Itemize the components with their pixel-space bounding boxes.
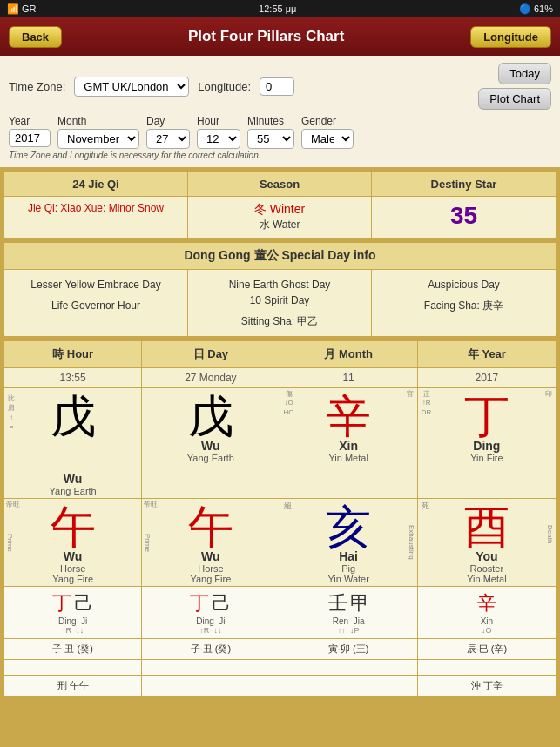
month-upper-top-left: 傷↓OHO — [284, 390, 294, 417]
month-lower-name: Hai — [282, 549, 415, 563]
controls-section: Time Zone: GMT UK/London Longitude: Toda… — [0, 56, 560, 168]
longitude-button[interactable]: Longitude — [470, 26, 551, 48]
timezone-label: Time Zone: — [9, 80, 65, 93]
chart-header-row: 時 Hour 日 Day 月 Month 年 Year — [4, 341, 556, 368]
year-lower-death: Death — [546, 525, 554, 543]
year-lower-animal: Rooster — [420, 563, 554, 574]
day-lower-element: Yang Fire — [144, 574, 277, 584]
month-lower-exhausting: Exhausting — [408, 525, 415, 560]
hour-label: Hour — [197, 115, 219, 127]
hour-extra: 刑 午午 — [4, 676, 142, 696]
year-lower-element: Yin Metal — [420, 574, 554, 584]
status-bar: 📶 GR 12:55 μμ 🔵 61% — [0, 0, 560, 17]
gender-select[interactable]: Male — [301, 129, 354, 149]
hour-lower-animal: Horse — [6, 563, 139, 574]
day-lower-animal: Horse — [144, 563, 277, 574]
chart-subheader-row: 13:55 27 Monday 11 2017 — [4, 368, 556, 388]
hour-stem-names: Ding Ji — [6, 616, 139, 626]
jieqi-col1-val: Jie Qi: Xiao Xue: Minor Snow — [4, 197, 188, 238]
jieqi-col2-val: 冬 Winter 水 Water — [188, 197, 372, 238]
spacer-month — [280, 660, 418, 675]
month-lower-char: 亥 — [282, 504, 415, 549]
month-stem1-char: 壬 — [328, 592, 347, 614]
stems-detail-row: 丁 己 Ding Ji ↑R ↓↓ 丁 己 Ding Ji ↑R ↓↓ — [4, 587, 556, 639]
day-upper-element: Yang Earth — [144, 453, 277, 463]
month-lower-animal: Pig — [282, 563, 415, 574]
hour-upper-name: Wu — [6, 472, 139, 486]
hour-lower-cell: 帝旺 Prime 午 Wu Horse Yang Fire — [4, 499, 142, 586]
year-input[interactable] — [9, 129, 51, 147]
month-label: Month — [57, 115, 86, 127]
donggong-cell2: Nine Earth Ghost Day 10 Spirit Day Sitti… — [188, 270, 372, 336]
year-stem1-name: Xin — [481, 616, 493, 626]
extra-row: 刑 午午 沖 丁辛 — [4, 676, 556, 697]
hour-upper-char: 戊 — [51, 394, 96, 439]
hour-lower-badge: 帝旺 — [6, 501, 20, 509]
day-stem2-name: Ji — [219, 616, 225, 626]
gender-label: Gender — [301, 115, 336, 127]
day-upper-name: Wu — [144, 439, 277, 453]
day-stem1-char: 丁 — [190, 592, 209, 614]
back-button[interactable]: Back — [9, 26, 62, 48]
year-stem-arrows: ↓O — [420, 626, 554, 635]
day-lower-cell: 帝旺 Prime 午 Wu Horse Yang Fire — [142, 499, 280, 586]
month-upper-name: Xin — [282, 439, 415, 453]
timezone-select[interactable]: GMT UK/London — [74, 77, 189, 97]
year-upper-char: 丁 — [420, 394, 554, 439]
month-upper-cell: 傷↓OHO 官 辛 Xin Yin Metal — [280, 388, 418, 498]
month-stem-names: Ren Jia — [282, 616, 415, 626]
jieqi-col1-header: 24 Jie Qi — [4, 172, 188, 196]
plot-chart-button[interactable]: Plot Chart — [478, 88, 551, 110]
jieqi-col3-header: Destiny Star — [372, 172, 556, 196]
minutes-select[interactable]: 55 — [247, 129, 294, 149]
longitude-input[interactable] — [260, 77, 294, 96]
hour-stem2-char: 己 — [74, 592, 93, 614]
month-arrow1: ↑↑ — [338, 626, 346, 635]
year-upper-top-right: 印 — [545, 390, 552, 399]
nayin-row: 子·丑 (癸) 子·丑 (癸) 寅·卯 (王) 辰·巳 (辛) — [4, 639, 556, 660]
hour-upper-cell: 比肩↑F 戊 Wu Yang Earth — [4, 388, 142, 498]
hour-stem-arrows: ↑R ↓↓ — [6, 626, 139, 635]
day-nayin: 子·丑 (癸) — [142, 639, 280, 659]
month-upper-element: Yin Metal — [282, 453, 415, 463]
day-stem1-name: Ding — [196, 616, 214, 626]
month-stems-cell: 壬 甲 Ren Jia ↑↑ ↓P — [280, 587, 418, 638]
donggong-cell3: Auspicious Day Facing Sha: 庚辛 — [372, 270, 556, 336]
day-select[interactable]: 27 — [146, 129, 190, 149]
status-left: 📶 GR — [7, 3, 37, 15]
hour-upper-element: Yang Earth — [6, 486, 139, 496]
donggong-section: Dong Gong 董公 Special Day info Lesser Yel… — [3, 242, 557, 337]
chart-header-day: 日 Day — [142, 341, 280, 367]
hour-arrow2: ↓↓ — [76, 626, 84, 635]
day-stem2-char: 己 — [212, 592, 231, 614]
chart-header-hour: 時 Hour — [4, 341, 142, 367]
year-stem1-char: 辛 — [477, 592, 496, 614]
day-arrow2: ↓↓ — [213, 626, 221, 635]
day-upper-char: 戊 — [144, 394, 277, 439]
year-arrow1: ↓O — [482, 626, 492, 635]
year-stems-cell: 辛 Xin ↓O — [418, 587, 556, 638]
status-time: 12:55 μμ — [259, 3, 296, 14]
year-upper-top-left: 正↑RDR — [422, 390, 432, 417]
donggong-cell1: Lesser Yellow Embrace Day Life Governor … — [4, 270, 188, 336]
day-lower-name: Wu — [144, 549, 277, 563]
nav-bar: Back Plot Four Pillars Chart Longitude — [0, 17, 560, 56]
month-upper-top-right: 官 — [407, 390, 414, 399]
hour-arrow1: ↑R — [62, 626, 71, 635]
day-upper-cell: 戊 Wu Yang Earth — [142, 388, 280, 498]
lower-branches-row: 帝旺 Prime 午 Wu Horse Yang Fire 帝旺 Prime 午… — [4, 499, 556, 587]
month-stem1-name: Ren — [333, 616, 348, 626]
hour-lower-element: Yang Fire — [6, 574, 139, 584]
today-button[interactable]: Today — [498, 63, 551, 84]
hour-upper-char-container: 戊 — [51, 394, 96, 439]
month-lower-cell: 絕 Exhausting 亥 Hai Pig Yin Water — [280, 499, 418, 586]
month-select[interactable]: November — [57, 129, 139, 149]
donggong-cell2-line3: Sitting Sha: 甲乙 — [193, 313, 366, 329]
day-arrow1: ↑R — [199, 626, 209, 635]
hour-select[interactable]: 12 — [197, 129, 240, 149]
hour-stem1-name: Ding — [58, 616, 77, 626]
donggong-title: Dong Gong 董公 Special Day info — [4, 243, 556, 270]
donggong-cell3-line2: Facing Sha: 庚辛 — [377, 298, 550, 313]
month-stem-arrows: ↑↑ ↓P — [282, 626, 415, 635]
hour-nayin: 子·丑 (癸) — [4, 639, 142, 659]
